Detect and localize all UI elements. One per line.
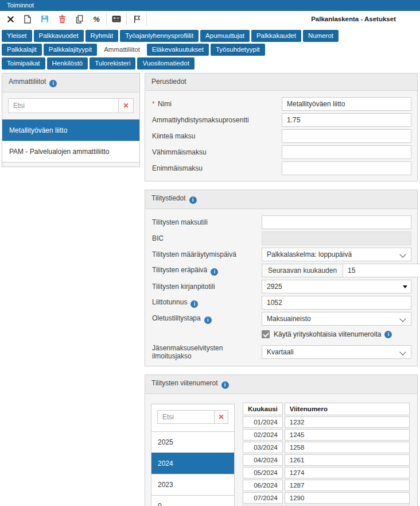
new-document-icon[interactable]: [19, 12, 36, 26]
tilitystiedot-header: Tilitystiedoti: [145, 190, 417, 209]
month-cell: 02/2024: [243, 429, 283, 441]
tab-numerot[interactable]: Numerot: [303, 30, 339, 42]
checkbox-label: Käytä yrityskohtaisia viitenumeroita: [274, 330, 381, 338]
reference-number-cell[interactable]: 1258: [285, 442, 410, 453]
tab-palkkalajit[interactable]: Palkkalajit: [2, 44, 42, 56]
liittotunnus-input[interactable]: [262, 296, 411, 310]
combo-dropdown-icon[interactable]: [399, 280, 411, 293]
kiinte-maksu-input[interactable]: [282, 129, 411, 143]
info-icon[interactable]: i: [189, 196, 197, 204]
tilitysten-maksutili-input[interactable]: [262, 215, 411, 229]
tab-palkkakaudet[interactable]: Palkkakaudet: [251, 30, 301, 42]
info-icon[interactable]: i: [204, 316, 212, 324]
tilitysten-kirjanpitotili-combo-input[interactable]: [262, 280, 411, 293]
tab-tulorekisteri[interactable]: Tulorekisteri: [90, 57, 135, 69]
close-icon[interactable]: [2, 12, 19, 26]
year-list-item[interactable]: 0: [151, 495, 234, 506]
info-icon[interactable]: i: [221, 381, 229, 389]
field-row-nimi: * Nimi: [151, 97, 411, 111]
reference-number-cell[interactable]: 1261: [285, 454, 410, 466]
company-reference-checkbox[interactable]: [262, 330, 270, 338]
oletustilitystapa-select[interactable]: Maksuaineisto: [262, 312, 411, 326]
union-list-item[interactable]: Metallityöväen liitto: [2, 119, 139, 141]
union-search-input[interactable]: [8, 98, 118, 113]
info-icon[interactable]: i: [211, 268, 218, 276]
field-control: Käytä yrityskohtaisia viitenumeroitai: [262, 329, 411, 341]
field-control: [282, 129, 411, 143]
percent-icon[interactable]: %: [88, 12, 105, 26]
tab-row: ToimipaikatHenkilöstöTulorekisteriVuosil…: [2, 57, 418, 69]
year-list-item[interactable]: 2024: [151, 453, 234, 474]
copy-icon[interactable]: [71, 12, 88, 26]
year-search-input[interactable]: [157, 410, 214, 424]
due-day-input[interactable]: [343, 264, 420, 277]
tab-ty-suhdetyypit[interactable]: Työsuhdetyypit: [211, 44, 265, 56]
tab-ty-ajanlyhennysprofiilit[interactable]: Työajanlyhennysprofiilit: [120, 30, 199, 42]
tab-palkkalajityypit[interactable]: Palkkalajityypit: [44, 44, 97, 56]
tab-palkkavuodet[interactable]: Palkkavuodet: [34, 30, 84, 42]
field-label: Tilitysten maksutili: [151, 218, 262, 226]
tab-ryhm-t[interactable]: Ryhmät: [85, 30, 119, 42]
save-icon[interactable]: [36, 12, 53, 26]
enimm-ismaksu-input[interactable]: [282, 161, 411, 175]
tab-henkil-st[interactable]: Henkilöstö: [47, 57, 88, 69]
select-value: Maksuaineisto: [267, 315, 311, 323]
info-icon[interactable]: i: [384, 331, 392, 338]
table-row: 03/20241258: [243, 442, 410, 453]
ammattiyhdistysmaksuprosentti-input[interactable]: [282, 113, 411, 127]
viitenumerot-header: Tilitysten viitenumeroti: [145, 375, 417, 394]
tab-el-kevakuutukset[interactable]: Eläkevakuutukset: [147, 44, 209, 56]
toolbar-separator: [126, 13, 127, 25]
perustiedot-title: Perustiedot: [151, 78, 186, 86]
select-value: Palkkalaskelma: loppupäivä: [267, 250, 352, 258]
union-list: Metallityöväen liittoPAM - Palvelualojen…: [2, 119, 139, 163]
j-senmaksuselvitysten-ilmoitusjakso-select[interactable]: Kvartaali: [262, 345, 411, 359]
field-control: Seuraavan kuukaudenpäivä: [262, 264, 411, 277]
reference-number-cell[interactable]: 1274: [285, 467, 410, 478]
union-list-panel: Ammattiliitoti ✕ Metallityöväen liittoPA…: [2, 73, 140, 167]
union-search-clear-icon[interactable]: ✕: [118, 98, 134, 113]
select-value: Kvartaali: [267, 348, 294, 356]
reference-number-cell[interactable]: 1232: [285, 416, 410, 428]
year-list-item[interactable]: 2023: [151, 474, 234, 495]
year-list-item[interactable]: 2025: [151, 431, 234, 453]
delete-icon[interactable]: [53, 12, 71, 26]
bic-input: [262, 231, 411, 245]
field-label: Tilitysten eräpäiväi: [151, 266, 262, 276]
month-cell: 06/2024: [243, 480, 283, 491]
field-label: Enimmäismaksu: [151, 164, 282, 172]
reference-number-cell[interactable]: 1287: [285, 480, 410, 491]
nimi-input[interactable]: [282, 97, 411, 111]
reference-number-cell[interactable]: 1245: [285, 429, 410, 441]
reference-number-cell[interactable]: 1290: [285, 492, 410, 504]
tab-apumuuttujat[interactable]: Apumuuttujat: [200, 30, 250, 42]
main-content: Perustiedot * NimiAmmattiyhdistysmaksupr…: [145, 73, 418, 506]
info-icon[interactable]: i: [49, 80, 57, 87]
field-row-liittotunnus: Liittotunnusi: [151, 296, 411, 310]
viitenumerot-title: Tilitysten viitenumerot: [151, 379, 218, 387]
field-label: Tilitysten kirjanpitotili: [151, 283, 262, 291]
info-icon[interactable]: i: [190, 300, 198, 308]
tab-toimipaikat[interactable]: Toimipaikat: [2, 57, 45, 69]
year-search-clear-icon[interactable]: ✕: [214, 410, 228, 424]
table-row: 04/20241261: [243, 454, 410, 466]
page-title: Palkanlaskenta - Asetukset: [311, 16, 396, 22]
tab-ammattiliitot[interactable]: Ammattiliitot: [99, 44, 145, 56]
month-cell: 03/2024: [243, 442, 283, 453]
toolbar-separator: [146, 13, 147, 25]
flag-icon[interactable]: [128, 12, 145, 26]
field-control: Maksuaineisto: [262, 312, 411, 326]
tab-vuosilomatiedot[interactable]: Vuosilomatiedot: [137, 57, 194, 69]
tilitysten-m-r-ytymisp-iv-select[interactable]: Palkkalaskelma: loppupäivä: [262, 248, 411, 261]
due-day-group: Seuraavan kuukaudenpäivä: [262, 264, 411, 277]
toolbar-icon-group: %: [2, 12, 148, 26]
checkbox-row: Käytä yrityskohtaisia viitenumeroitai: [262, 329, 411, 339]
payroll-settings-window: Toiminnot % Palkanlaskenta - Asetukset Y…: [0, 0, 420, 506]
section-tilitystiedot: Tilitystiedoti Tilitysten maksutiliBICTi…: [145, 190, 418, 366]
tab-yleiset[interactable]: Yleiset: [2, 30, 32, 42]
field-row-bic: BIC: [151, 231, 411, 245]
section-perustiedot: Perustiedot * NimiAmmattiyhdistysmaksupr…: [145, 73, 418, 181]
v-himm-ismaksu-input[interactable]: [282, 145, 411, 159]
union-list-item[interactable]: PAM - Palvelualojen ammattiliitto: [2, 141, 139, 163]
card-icon[interactable]: [108, 12, 125, 26]
